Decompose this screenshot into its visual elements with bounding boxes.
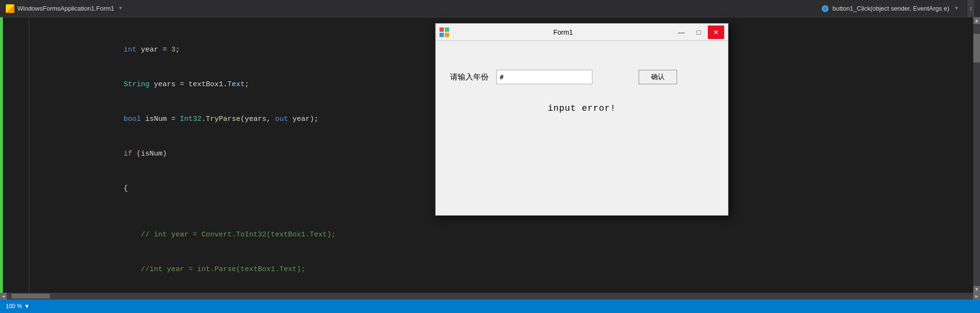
minimize-button[interactable]: — xyxy=(673,26,690,39)
line-num xyxy=(3,205,24,215)
method-signature: button1_Click(object sender, EventArgs e… xyxy=(832,5,949,12)
top-bar: WindowsFormsApplication1.Form1 ▼ button1… xyxy=(0,0,980,17)
title-dropdown-icon[interactable]: ▼ xyxy=(119,6,122,11)
property: Text xyxy=(227,80,245,89)
input-row: 请输入年份 确认 xyxy=(450,70,718,84)
line-num xyxy=(3,161,24,172)
keyword-ctrl: if xyxy=(124,150,132,158)
scrollbar-thumb[interactable] xyxy=(973,34,980,63)
form1-controls: — □ ✕ xyxy=(673,26,724,39)
keyword: int xyxy=(124,46,137,54)
code-line: //int year = int.Parse(textBox1.Text); xyxy=(37,252,966,287)
confirm-button[interactable]: 确认 xyxy=(639,70,677,84)
scroll-down-arrow[interactable]: ▼ xyxy=(973,286,980,293)
method-dropdown-icon[interactable]: ▼ xyxy=(955,6,958,11)
line-num xyxy=(3,172,24,183)
class-name: Int32 xyxy=(180,115,201,123)
class-name: String xyxy=(124,80,150,89)
bottom-bar: 100 % ▼ xyxy=(0,300,980,313)
line-num xyxy=(3,97,24,107)
code-line: if (isLeapYear(year)) xyxy=(37,287,966,293)
line-num xyxy=(3,118,24,129)
code-line: // int year = Convert.ToInt32(textBox1.T… xyxy=(37,218,966,252)
h-scrollbar: ◀ ▶ xyxy=(0,293,980,300)
zoom-value: 100 % xyxy=(6,303,22,310)
maximize-button[interactable]: □ xyxy=(691,26,707,39)
line-num xyxy=(3,129,24,140)
svg-rect-1 xyxy=(445,27,449,32)
svg-rect-3 xyxy=(445,33,449,37)
zoom-control[interactable]: 100 % ▼ xyxy=(6,303,30,310)
form1-body: 请输入年份 确认 input error! xyxy=(436,41,728,215)
method-icon xyxy=(822,5,829,12)
comment: //int year = int.Parse(textBox1.Text); xyxy=(141,265,305,274)
scrollbar-track[interactable] xyxy=(973,24,980,286)
comment: // int year = Convert.ToInt32(textBox1.T… xyxy=(141,231,336,239)
line-num xyxy=(3,183,24,194)
line-num xyxy=(3,151,24,161)
h-scroll-track[interactable] xyxy=(7,293,973,300)
line-num xyxy=(3,107,24,118)
scrollbar-right: ▲ ▼ xyxy=(973,17,980,293)
scroll-up-arrow[interactable]: ▲ xyxy=(973,17,980,24)
error-message: input error! xyxy=(445,104,718,113)
top-bar-left: WindowsFormsApplication1.Form1 ▼ xyxy=(6,4,822,13)
svg-rect-2 xyxy=(440,33,444,37)
form1-window: Form1 — □ ✕ 请输入年份 确认 input error! xyxy=(435,23,729,216)
line-num xyxy=(3,21,24,32)
line-num xyxy=(3,194,24,204)
line-num xyxy=(3,75,24,86)
h-scroll-thumb[interactable] xyxy=(12,294,50,299)
line-num xyxy=(3,43,24,53)
line-num xyxy=(3,65,24,75)
year-input[interactable] xyxy=(496,70,592,84)
close-button[interactable]: ✕ xyxy=(708,26,724,39)
svg-rect-0 xyxy=(440,27,444,32)
line-num xyxy=(3,32,24,42)
method: TryParse xyxy=(206,115,240,123)
resize-handle[interactable]: ⇕ xyxy=(967,0,974,17)
top-bar-right: button1_Click(object sender, EventArgs e… xyxy=(822,5,958,12)
line-numbers xyxy=(3,17,29,293)
scroll-right-btn[interactable]: ▶ xyxy=(973,293,980,300)
keyword: out xyxy=(275,115,288,123)
number: 3 xyxy=(171,46,176,54)
resize-icon: ⇕ xyxy=(969,4,973,13)
line-indicator-green xyxy=(0,17,3,293)
form1-app-icon xyxy=(440,27,449,37)
scroll-left-btn[interactable]: ◀ xyxy=(0,293,7,300)
form1-title: Form1 xyxy=(453,28,673,36)
year-label: 请输入年份 xyxy=(450,72,489,82)
line-num xyxy=(3,53,24,64)
top-bar-title: WindowsFormsApplication1.Form1 xyxy=(17,5,114,12)
line-indicator xyxy=(0,17,3,293)
vs-icon xyxy=(6,4,14,13)
form1-titlebar: Form1 — □ ✕ xyxy=(436,24,728,41)
keyword: bool xyxy=(124,115,141,123)
zoom-dropdown-icon[interactable]: ▼ xyxy=(24,303,30,310)
line-num xyxy=(3,86,24,96)
line-num xyxy=(3,140,24,150)
